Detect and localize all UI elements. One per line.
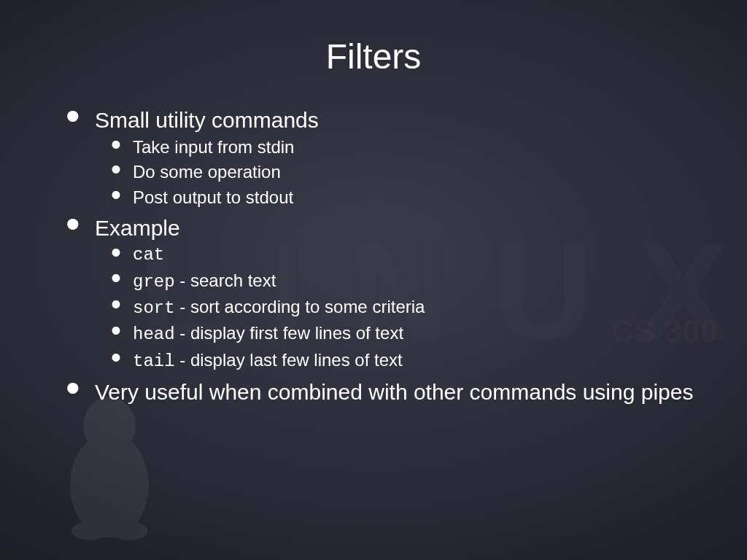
sub-list: Take input from stdin Do some operation …	[95, 136, 703, 209]
command-sort: sort	[133, 298, 175, 318]
bullet-text: Example	[95, 216, 180, 240]
command-desc: sort according to some criteria	[190, 297, 425, 316]
command-grep: grep	[133, 272, 175, 292]
separator: -	[175, 271, 190, 290]
bullet-small-utility: Small utility commands Take input from s…	[66, 106, 703, 209]
bullet-list: Small utility commands Take input from s…	[44, 106, 703, 406]
sub-text: Post output to stdout	[133, 187, 293, 207]
separator: -	[175, 297, 190, 316]
sub-item: Post output to stdout	[111, 186, 703, 209]
sub-text: Take input from stdin	[133, 137, 294, 157]
command-desc: display first few lines of text	[190, 323, 403, 343]
bullet-text: Small utility commands	[95, 108, 319, 132]
bullet-pipes: Very useful when combined with other com…	[66, 378, 703, 406]
sub-item-tail: tail - display last few lines of text	[111, 349, 703, 373]
sub-item-cat: cat	[111, 244, 703, 267]
command-desc: display last few lines of text	[190, 350, 403, 370]
bullet-example: Example cat grep - search text sort - so…	[66, 214, 703, 373]
sub-item: Take input from stdin	[111, 136, 703, 159]
sub-item-sort: sort - sort according to some criteria	[111, 295, 703, 320]
sub-item: Do some operation	[111, 160, 703, 184]
sub-item-grep: grep - search text	[111, 269, 703, 294]
command-tail: tail	[133, 351, 175, 371]
bullet-text: Very useful when combined with other com…	[95, 380, 693, 404]
separator: -	[175, 350, 190, 370]
sub-item-head: head - display first few lines of text	[111, 322, 703, 346]
command-desc: search text	[190, 271, 276, 290]
sub-text: Do some operation	[133, 162, 281, 182]
slide-title: Filters	[44, 36, 703, 77]
command-head: head	[133, 324, 175, 344]
command-cat: cat	[133, 245, 164, 265]
slide: Filters Small utility commands Take inpu…	[0, 0, 747, 560]
separator: -	[175, 323, 190, 343]
sub-list: cat grep - search text sort - sort accor…	[95, 244, 703, 373]
